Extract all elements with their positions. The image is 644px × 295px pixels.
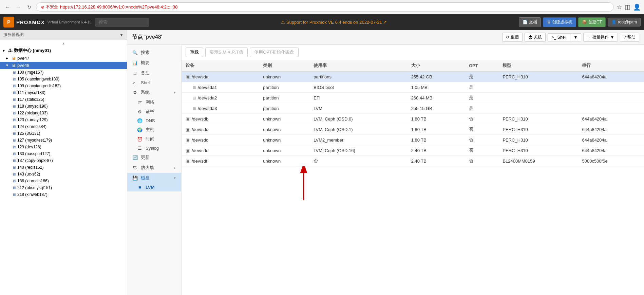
vm-118[interactable]: 🖥 118 (umysql190) [0, 103, 127, 110]
reload-button[interactable]: ↻ [25, 3, 33, 11]
nav-network[interactable]: ⇄ 网络 [127, 97, 181, 107]
table-row[interactable]: ▣/dev/sdeunknownLVM, Ceph (OSD.16)2.40 T… [182, 145, 644, 156]
vm-105[interactable]: 🖥 105 (xiaoxiangweb180) [0, 76, 127, 82]
nav-lvm[interactable]: ■ LVM [127, 183, 181, 191]
security-label: 不安全 [46, 4, 58, 10]
gpt-cell: 是 [465, 71, 498, 82]
nav-disks[interactable]: 💾 磁盘 ▼ [127, 173, 181, 183]
system-icon: ⚙ [132, 90, 138, 95]
table-row[interactable]: ▣/dev/sdcunknownLVM, Ceph (OSD.1)1.80 TB… [182, 124, 644, 135]
vm-111[interactable]: 🖥 111 (mysql183) [0, 89, 127, 96]
type-cell: unknown [259, 135, 309, 145]
extensions-button[interactable]: ◫ [625, 3, 630, 11]
create-ct-button[interactable]: 📦 创建CT [578, 17, 606, 27]
table-row[interactable]: ▤/dev/sda2partitionEFI268.44 MB是 [182, 93, 644, 103]
vm-125[interactable]: 🖥 125 (3G131) [0, 130, 127, 137]
sidebar-collapse-icon[interactable]: ▼ [119, 33, 124, 37]
help-button[interactable]: ? 帮助 [620, 33, 639, 42]
table-row[interactable]: ▣/dev/sdfunknown否2.40 TB否BL2400MM0159500… [182, 156, 644, 166]
node-pve47[interactable]: ► 🖥 pve47 [0, 55, 127, 62]
user-menu-button[interactable]: 👤 root@pam [608, 18, 641, 26]
gpt-init-button[interactable]: 使用GPT初始化磁盘 [250, 48, 299, 57]
pve48-expand-icon: ▼ [5, 63, 10, 67]
vm-123[interactable]: 🖥 123 (kumayi129) [0, 116, 127, 123]
nav-shell[interactable]: >_ Shell [127, 78, 181, 87]
vm-143[interactable]: 🖥 143 (uc-s62) [0, 171, 127, 178]
vm-100-label: 100 (imge157) [17, 70, 43, 75]
vm-137[interactable]: 🖥 137 (copy-php8-87) [0, 157, 127, 164]
certs-icon: ⚙ [137, 109, 143, 114]
type-cell: unknown [259, 124, 309, 135]
table-row[interactable]: ▤/dev/sda3partitionLVM255.15 GB是 [182, 103, 644, 114]
nav-dns[interactable]: 🌐 DNS [127, 116, 181, 125]
vm-212[interactable]: 🖥 212 (bbsmysql151) [0, 184, 127, 191]
gpt-cell: 是 [465, 103, 498, 114]
profile-button[interactable]: 👤 [633, 3, 641, 11]
scroll-up-btn[interactable]: ▲ [0, 40, 127, 47]
vm-125-label: 125 (3G131) [17, 131, 40, 136]
shell-button-group: >_ Shell ▼ [548, 33, 581, 41]
vm-212-icon: 🖥 [12, 186, 16, 190]
batch-ops-button[interactable]: ⋮ 批量操作 ▼ [583, 33, 618, 42]
vm-117[interactable]: 🖥 117 (static125) [0, 96, 127, 103]
device-cell: ▣/dev/sdf [182, 156, 259, 166]
shell-button[interactable]: >_ Shell [548, 33, 570, 41]
nav-certs[interactable]: ⚙ 证书 [127, 107, 181, 116]
logo-icon: P [3, 17, 14, 27]
table-row[interactable]: ▣/dev/sddunknownLVM2_member1.80 TB否PERC_… [182, 135, 644, 145]
vm-100[interactable]: 🖥 100 (imge157) [0, 69, 127, 76]
back-button[interactable]: ← [3, 3, 12, 11]
reload-button[interactable]: 重载 [186, 48, 203, 57]
vm-111-label: 111 (mysql183) [17, 90, 45, 95]
vm-124[interactable]: 🖥 124 (xinredis84) [0, 123, 127, 130]
type-cell: unknown [259, 156, 309, 166]
header-search-input[interactable] [95, 18, 149, 26]
vm-125-icon: 🖥 [12, 131, 16, 135]
type-cell: partition [259, 103, 309, 114]
url-bar[interactable]: ⊗ 不安全 https://172.16.228.49:8006/#v1:0:=… [36, 2, 614, 12]
device-name: /dev/sda1 [198, 85, 217, 90]
bookmark-button[interactable]: ☆ [617, 3, 622, 11]
support-warning[interactable]: ⚠ Support for Proxmox VE 6.4 ends on 202… [153, 20, 515, 25]
shell-icon: >_ [551, 35, 556, 40]
sidebar-header: 服务器视图 ▼ [0, 30, 127, 40]
docs-button[interactable]: 📄 文档 [519, 17, 541, 27]
table-row[interactable]: ▣/dev/sdaunknownpartitions255.42 GB是PERC… [182, 71, 644, 82]
nav-syslog[interactable]: ☰ Syslog [127, 144, 181, 152]
system-expand-icon: ▼ [173, 91, 176, 94]
node-pve48[interactable]: ▼ 🖥 pve48 [0, 62, 127, 69]
vm-109[interactable]: 🖥 109 (xiaoxiangredis182) [0, 82, 127, 89]
help-icon: ? [624, 35, 626, 40]
pve48-node-icon: 🖥 [12, 63, 16, 68]
nav-system[interactable]: ⚙ 系统 ▼ [127, 87, 181, 97]
device-name: /dev/sdb [192, 116, 208, 122]
nav-search[interactable]: 🔍 搜索 [127, 48, 181, 58]
restart-button[interactable]: ↺ 重启 [502, 33, 523, 42]
vm-127[interactable]: 🖥 127 (mysqltest179) [0, 137, 127, 144]
nav-hosts[interactable]: 🌍 主机 [127, 125, 181, 134]
nav-time[interactable]: ⏰ 时间 [127, 134, 181, 144]
shutdown-button[interactable]: ⏻ 关机 [525, 33, 546, 42]
vm-123-label: 123 (kumayi129) [17, 117, 48, 122]
datacenter-item[interactable]: ▼ 🖧 数据中心 (mmy01) [0, 47, 127, 55]
nav-summary[interactable]: 📊 概要 [127, 58, 181, 68]
nav-updates[interactable]: 🔄 更新 [127, 152, 181, 163]
vm-130[interactable]: 🖥 130 (passport127) [0, 150, 127, 157]
create-vm-button[interactable]: 🖥 创建虚拟机 [543, 17, 576, 27]
summary-icon: 📊 [132, 60, 138, 66]
vm-140[interactable]: 🖥 140 (redis152) [0, 164, 127, 171]
vm-186[interactable]: 🖥 186 (xinredis186) [0, 178, 127, 184]
size-cell: 268.44 MB [407, 93, 465, 103]
size-cell: 255.42 GB [407, 71, 465, 82]
vm-122[interactable]: 🖥 122 (bixiang133) [0, 110, 127, 116]
vm-218[interactable]: 🖥 218 (xinweb187) [0, 191, 127, 198]
forward-button[interactable]: → [14, 3, 22, 11]
vm-129[interactable]: 🖥 129 (dev126) [0, 144, 127, 150]
vm-105-icon: 🖥 [12, 77, 16, 81]
table-row[interactable]: ▤/dev/sda1partitionBIOS boot1.05 MB是 [182, 82, 644, 93]
shell-dropdown-button[interactable]: ▼ [570, 33, 582, 41]
nav-notes[interactable]: □ 备注 [127, 68, 181, 78]
smart-button[interactable]: 显示S.M.A.R.T值 [205, 48, 248, 57]
table-row[interactable]: ▣/dev/sdbunknownLVM, Ceph (OSD.0)1.80 TB… [182, 114, 644, 124]
nav-firewall[interactable]: 🛡 防火墙 ► [127, 163, 181, 173]
